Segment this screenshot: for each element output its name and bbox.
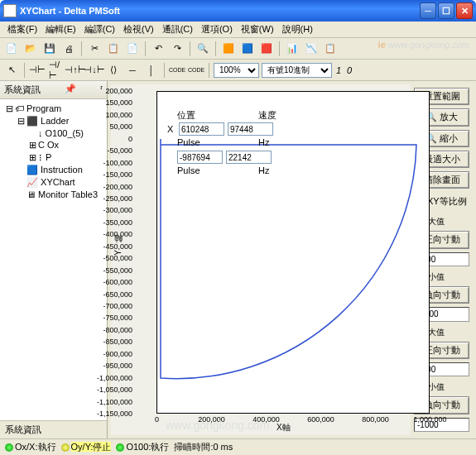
open-icon[interactable]: 📂 xyxy=(22,41,39,57)
unit-hz-2: Hz xyxy=(258,165,287,175)
menu-view[interactable]: 檢視(V) xyxy=(119,23,158,36)
sidebar-title: 系統資訊 xyxy=(4,84,41,96)
toolbar-1: 📄 📂 💾 🖨 ✂ 📋 📄 ↶ ↷ 🔍 🟧 🟦 🟥 📊 📉 📋 ie www.g… xyxy=(0,38,476,60)
undo-icon[interactable]: ↶ xyxy=(150,41,166,57)
status-scan: 掃瞄時間:0 ms xyxy=(174,441,233,453)
y-tick: -100,000 xyxy=(91,159,132,167)
redo-icon[interactable]: ↷ xyxy=(169,41,185,57)
pointer-icon[interactable]: ↖ xyxy=(3,62,20,79)
chart-panel: Y軸 X軸 200,000150,000100,00050,0000-50,00… xyxy=(111,84,411,435)
ld-icon-3[interactable]: ⊣↑⊢ xyxy=(67,62,84,79)
speed-x-input[interactable] xyxy=(228,122,273,136)
menu-comm[interactable]: 通訊(C) xyxy=(158,23,197,36)
tool-c-icon[interactable]: 🟥 xyxy=(258,41,275,57)
ld-icon-1[interactable]: ⊣⊢ xyxy=(29,62,46,79)
y-tick: 200,000 xyxy=(91,87,132,95)
watermark-center: www.gongkong.com xyxy=(166,419,269,432)
code-icon-2[interactable]: CODE xyxy=(188,62,204,79)
ld-icon-5[interactable]: ⟨⟩ xyxy=(105,62,122,79)
menu-help[interactable]: 說明(H) xyxy=(278,23,317,36)
save-icon[interactable]: 💾 xyxy=(41,41,58,57)
speed-y-input[interactable] xyxy=(226,151,272,164)
pos-y-input[interactable] xyxy=(177,151,223,164)
radix-combo[interactable]: 有號10進制 xyxy=(262,63,332,78)
tool-b-icon[interactable]: 🟦 xyxy=(239,41,256,57)
zoom-combo[interactable]: 100% xyxy=(214,63,259,78)
tree-node[interactable]: 🖥 Monitor Table3 xyxy=(3,189,103,200)
unit-pulse-2: Pulse xyxy=(177,165,206,175)
hdr-position: 位置 xyxy=(177,109,206,122)
ld-icon-4[interactable]: ⊣↓⊢ xyxy=(86,62,103,79)
y-tick: -450,000 xyxy=(91,242,132,251)
tree-node[interactable]: ⊟🏷 Program xyxy=(3,103,103,115)
y-tick: -700,000 xyxy=(91,302,132,310)
y-tick: 50,000 xyxy=(91,122,132,131)
toolbar-2: ↖ ⊣⊢ ⊣/⊢ ⊣↑⊢ ⊣↓⊢ ⟨⟩ ─ │ CODE CODE 100% 有… xyxy=(0,60,476,81)
menu-window[interactable]: 視窗(W) xyxy=(237,23,278,36)
y-tick: -950,000 xyxy=(91,362,132,370)
tree-node[interactable]: 📈 XYChart xyxy=(3,176,103,189)
y-tick: -1,050,000 xyxy=(91,386,132,394)
y-tick: -1,150,000 xyxy=(91,410,132,418)
x-tick: 1,000,000 xyxy=(411,415,449,424)
status-o100: O100:執行 xyxy=(126,442,169,452)
led-oy-icon xyxy=(61,443,70,452)
paste-icon[interactable]: 📄 xyxy=(124,41,141,57)
y-tick: -300,000 xyxy=(91,206,132,214)
y-tick: -250,000 xyxy=(91,194,132,203)
unit-pulse-1: Pulse xyxy=(177,137,206,147)
minimize-button[interactable]: ─ xyxy=(420,2,436,19)
tree-node[interactable]: ⊟⬛ Ladder xyxy=(3,115,103,127)
tree-node[interactable]: 🟦 Instruction xyxy=(3,164,103,176)
ld-icon-2[interactable]: ⊣/⊢ xyxy=(48,62,65,79)
y-tick: -650,000 xyxy=(91,290,132,299)
y-tick: -200,000 xyxy=(91,183,132,191)
maximize-button[interactable]: ☐ xyxy=(438,2,454,19)
menu-compile[interactable]: 編譯(C) xyxy=(80,23,119,36)
menu-file[interactable]: 檔案(F) xyxy=(3,23,41,36)
x-tick: 600,000 xyxy=(302,415,339,424)
status-ox: Ox/X:執行 xyxy=(15,442,56,452)
code-icon-1[interactable]: CODE xyxy=(169,62,185,79)
tool-f-icon[interactable]: 📋 xyxy=(322,41,339,57)
y-tick: -1,000,000 xyxy=(91,374,132,382)
tool-a-icon[interactable]: 🟧 xyxy=(220,41,237,57)
y-tick: -750,000 xyxy=(91,314,132,322)
tree-node[interactable]: ⊞C Ox xyxy=(3,139,103,151)
y-tick: -600,000 xyxy=(91,278,132,286)
y-tick: 100,000 xyxy=(91,111,132,119)
pos-x-input[interactable] xyxy=(179,122,224,136)
app-icon xyxy=(3,4,17,17)
digit-0: 0 xyxy=(345,65,353,75)
y-tick: -800,000 xyxy=(91,326,132,334)
menu-edit[interactable]: 編輯(E) xyxy=(41,23,80,36)
unit-hz-1: Hz xyxy=(258,137,287,147)
close-button[interactable]: ✕ xyxy=(456,2,473,19)
ld-icon-7[interactable]: │ xyxy=(143,62,160,79)
window-title: XYChart - Delta PMSoft xyxy=(20,6,420,16)
tool-e-icon[interactable]: 📉 xyxy=(303,41,320,57)
find-icon[interactable]: 🔍 xyxy=(195,41,211,57)
ld-icon-6[interactable]: ─ xyxy=(124,62,141,79)
sidebar-tab[interactable]: 系統資訊 xyxy=(0,420,107,438)
y-tick: 0 xyxy=(91,135,132,143)
y-tick: 150,000 xyxy=(91,98,132,107)
copy-icon[interactable]: 📋 xyxy=(105,41,122,57)
menu-options[interactable]: 選項(O) xyxy=(197,23,237,36)
y-tick: -500,000 xyxy=(91,254,132,262)
x-axis-label: X軸 xyxy=(276,422,291,433)
y-tick: -400,000 xyxy=(91,230,132,238)
tree-node[interactable]: ↓ O100_(5) xyxy=(3,127,103,139)
cut-icon[interactable]: ✂ xyxy=(86,41,103,57)
led-o100-icon xyxy=(116,443,124,452)
sidebar-pin-icon[interactable]: 📌 xyxy=(65,84,76,96)
y-tick: -550,000 xyxy=(91,266,132,275)
led-ox-icon xyxy=(5,443,13,452)
tool-d-icon[interactable]: 📊 xyxy=(284,41,301,57)
y-tick: -150,000 xyxy=(91,170,132,179)
print-icon[interactable]: 🖨 xyxy=(60,41,77,57)
hdr-speed: 速度 xyxy=(258,109,287,122)
new-icon[interactable]: 📄 xyxy=(3,41,20,57)
tree-node[interactable]: ⊞⫶ P xyxy=(3,151,103,164)
menu-bar: 檔案(F) 編輯(E) 編譯(C) 檢視(V) 通訊(C) 選項(O) 視窗(W… xyxy=(0,22,476,38)
